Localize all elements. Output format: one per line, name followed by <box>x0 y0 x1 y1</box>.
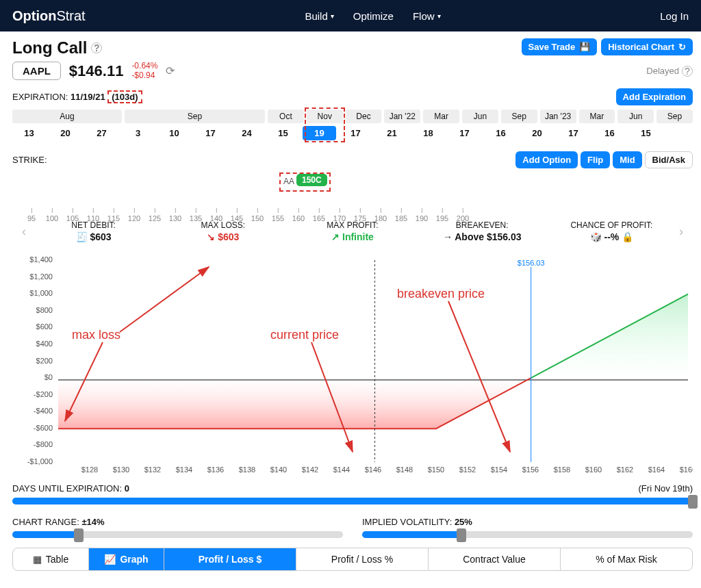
range-slider[interactable] <box>12 531 343 538</box>
prev-stat-icon[interactable]: ‹ <box>19 225 29 239</box>
svg-text:$140: $140 <box>270 465 287 474</box>
svg-text:$132: $132 <box>144 465 161 474</box>
dte-date: (Fri Nov 19th) <box>639 483 693 494</box>
svg-text:$160: $160 <box>585 465 602 474</box>
table-icon: ▦ <box>33 554 42 565</box>
svg-text:-$200: -$200 <box>34 390 53 398</box>
svg-text:$400: $400 <box>36 340 53 348</box>
day-17[interactable]: 17 <box>339 126 372 140</box>
login-link[interactable]: Log In <box>660 10 689 22</box>
logo[interactable]: OptionStrat <box>12 8 86 24</box>
svg-text:$600: $600 <box>36 322 53 331</box>
mid-button[interactable]: Mid <box>613 151 641 168</box>
day-17[interactable]: 17 <box>448 126 481 140</box>
tab-contract-value[interactable]: Contract Value <box>428 548 560 570</box>
month-jun[interactable]: Jun <box>462 110 498 123</box>
svg-text:$138: $138 <box>239 465 255 474</box>
day-20[interactable]: 20 <box>520 126 554 140</box>
month-sep[interactable]: Sep <box>125 110 265 123</box>
svg-text:$1,400: $1,400 <box>29 255 53 264</box>
month-sep[interactable]: Sep <box>657 110 693 123</box>
month-sep[interactable]: Sep <box>501 110 537 123</box>
tab-max-risk[interactable]: % of Max Risk <box>560 548 692 570</box>
net-debit-stat: NET DEBIT:🧾 $603 <box>29 220 158 242</box>
dte-slider[interactable] <box>12 498 693 504</box>
svg-text:$200: $200 <box>36 357 53 365</box>
day-21[interactable]: 21 <box>375 126 409 140</box>
bidask-button[interactable]: Bid/Ask <box>645 151 693 168</box>
save-icon: 💾 <box>579 42 590 52</box>
refresh-icon[interactable]: ⟳ <box>166 64 175 77</box>
month-jun[interactable]: Jun <box>617 110 654 123</box>
month-jan23[interactable]: Jan '23 <box>540 110 576 123</box>
day-27[interactable]: 27 <box>85 126 118 140</box>
svg-marker-35 <box>58 378 531 429</box>
day-20[interactable]: 20 <box>49 126 82 140</box>
annotation-current-price: current price <box>270 328 339 342</box>
svg-text:$166: $166 <box>680 465 693 474</box>
day-18[interactable]: 18 <box>411 126 445 140</box>
help-icon[interactable]: ? <box>682 66 693 77</box>
month-oct[interactable]: Oct <box>268 110 304 123</box>
svg-text:$146: $146 <box>365 465 381 474</box>
nav-build[interactable]: Build▾ <box>305 10 333 22</box>
day-24[interactable]: 24 <box>230 126 264 140</box>
day-13[interactable]: 13 <box>12 126 46 140</box>
svg-text:$152: $152 <box>459 465 476 474</box>
nav-flow[interactable]: Flow▾ <box>413 10 441 22</box>
strike-tag[interactable]: 150C <box>296 174 327 186</box>
range-label: CHART RANGE: ±14% <box>12 517 105 527</box>
svg-text:$134: $134 <box>176 465 192 474</box>
pl-chart[interactable]: $1,400$1,200$1,000$800$600$400$200$0-$20… <box>12 246 693 479</box>
nav-optimize[interactable]: Optimize <box>353 10 394 22</box>
save-trade-button[interactable]: Save Trade 💾 <box>522 38 598 55</box>
day-15[interactable]: 15 <box>266 126 300 140</box>
iv-slider[interactable] <box>362 531 693 538</box>
svg-text:$158: $158 <box>554 465 570 474</box>
add-expiration-button[interactable]: Add Expiration <box>616 88 693 105</box>
flip-button[interactable]: Flip <box>581 151 610 168</box>
svg-text:$156.03: $156.03 <box>518 259 545 267</box>
svg-text:$128: $128 <box>81 465 98 474</box>
next-stat-icon[interactable]: › <box>676 225 686 239</box>
day-3[interactable]: 3 <box>121 126 155 140</box>
ticker-input[interactable]: AAPL <box>12 62 61 80</box>
month-mar[interactable]: Mar <box>423 110 459 123</box>
svg-text:-$800: -$800 <box>34 440 53 448</box>
chevron-down-icon: ▾ <box>437 12 441 20</box>
month-dec[interactable]: Dec <box>346 110 382 123</box>
tab-table[interactable]: ▦Table <box>13 548 88 570</box>
tab-pl-dollar[interactable]: Profit / Loss $ <box>164 548 296 570</box>
chart-icon: 📈 <box>104 554 116 565</box>
day-17[interactable]: 17 <box>194 126 227 140</box>
max-profit-stat: MAX PROFIT:↗ Infinite <box>288 220 417 242</box>
svg-text:$162: $162 <box>617 465 633 474</box>
svg-text:$800: $800 <box>36 306 53 314</box>
day-17[interactable]: 17 <box>557 126 590 140</box>
day-15[interactable]: 15 <box>629 126 663 140</box>
month-nov[interactable]: Nov <box>307 110 343 123</box>
month-jan22[interactable]: Jan '22 <box>384 110 420 123</box>
month-aug[interactable]: Aug <box>12 110 122 123</box>
day-10[interactable]: 10 <box>157 126 191 140</box>
day-16[interactable]: 16 <box>484 126 518 140</box>
help-icon[interactable]: ? <box>91 42 102 53</box>
day-16[interactable]: 16 <box>593 126 626 140</box>
strike-slider[interactable]: AA 150C 95100105110115120125130135140145… <box>12 174 693 208</box>
month-mar[interactable]: Mar <box>579 110 615 123</box>
svg-text:$142: $142 <box>302 465 318 474</box>
day-19[interactable]: 19 <box>303 126 336 140</box>
historical-chart-button[interactable]: Historical Chart ↻ <box>601 38 693 55</box>
page-title: Long Call ? <box>12 38 102 57</box>
expiration-days: (103d) <box>107 90 142 103</box>
expiration-label: EXPIRATION: <box>12 92 68 102</box>
tab-pl-percent[interactable]: Profit / Loss % <box>296 548 428 570</box>
add-option-button[interactable]: Add Option <box>515 151 578 168</box>
iv-label: IMPLIED VOLATILITY: 25% <box>362 517 472 527</box>
expiration-date: 11/19/21 <box>71 92 105 102</box>
tab-graph[interactable]: 📈Graph <box>88 548 164 570</box>
svg-text:$154: $154 <box>491 465 507 474</box>
svg-text:$164: $164 <box>648 465 665 474</box>
svg-text:$130: $130 <box>113 465 129 474</box>
annotation-max-loss: max loss <box>72 328 120 342</box>
